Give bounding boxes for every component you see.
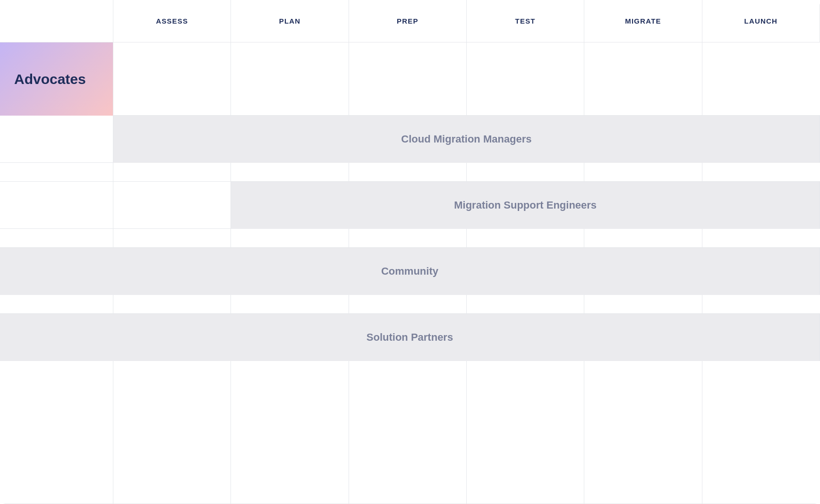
bottom-col2 xyxy=(113,361,231,504)
advocates-launch-cell xyxy=(702,42,820,116)
spacer2-col6 xyxy=(584,229,702,248)
advocates-assess-cell xyxy=(113,42,231,116)
row-bottom xyxy=(0,361,820,504)
row-migration: Migration Support Engineers xyxy=(0,182,820,229)
spacer1-col1 xyxy=(0,163,113,182)
grid-container: ASSESS PLAN PREP TEST MIGRATE LAUNCH Adv… xyxy=(0,0,820,504)
header-test: TEST xyxy=(467,0,584,42)
bottom-col3 xyxy=(231,361,349,504)
spacer3-col5 xyxy=(467,295,584,314)
row-advocates: Advocates xyxy=(0,42,820,116)
cloud-col1-cell xyxy=(0,116,113,163)
migration-support-label: Migration Support Engineers xyxy=(454,199,597,211)
spacer1-col3 xyxy=(231,163,349,182)
spacer1-col2 xyxy=(113,163,231,182)
advocates-plan-cell xyxy=(231,42,349,116)
bottom-col7 xyxy=(702,361,820,504)
bottom-col4 xyxy=(349,361,467,504)
solution-partners-card: Solution Partners xyxy=(0,314,820,361)
spacer2-col2 xyxy=(113,229,231,248)
migration-support-card: Migration Support Engineers xyxy=(231,182,820,229)
row-solutions: Solution Partners xyxy=(0,314,820,361)
spacer2-col1 xyxy=(0,229,113,248)
advocates-card: Advocates xyxy=(0,42,113,116)
row-spacer-2 xyxy=(0,229,820,248)
spacer3-col6 xyxy=(584,295,702,314)
header-assess: ASSESS xyxy=(113,0,231,42)
spacer1-col7 xyxy=(702,163,820,182)
spacer3-col4 xyxy=(349,295,467,314)
spacer3-col1 xyxy=(0,295,113,314)
spacer3-col2 xyxy=(113,295,231,314)
header-migrate: MIGRATE xyxy=(584,0,702,42)
row-spacer-1 xyxy=(0,163,820,182)
content-area: Advocates Cloud Migration Managers xyxy=(0,42,820,504)
migration-col2-cell xyxy=(113,182,231,229)
row-cloud: Cloud Migration Managers xyxy=(0,116,820,163)
advocates-prep-cell xyxy=(349,42,467,116)
spacer2-col7 xyxy=(702,229,820,248)
bottom-col6 xyxy=(584,361,702,504)
spacer2-col3 xyxy=(231,229,349,248)
header-launch: LAUNCH xyxy=(702,0,820,42)
spacer3-col3 xyxy=(231,295,349,314)
row-spacer-3 xyxy=(0,295,820,314)
spacer1-col4 xyxy=(349,163,467,182)
header-row: ASSESS PLAN PREP TEST MIGRATE LAUNCH xyxy=(0,0,820,42)
bottom-col1 xyxy=(0,361,113,504)
cloud-migration-card: Cloud Migration Managers xyxy=(113,116,820,163)
bottom-col5 xyxy=(467,361,584,504)
header-prep: PREP xyxy=(349,0,467,42)
advocates-test-cell xyxy=(467,42,584,116)
advocates-migrate-cell xyxy=(584,42,702,116)
row-community: Community xyxy=(0,248,820,295)
header-empty xyxy=(0,0,113,42)
advocates-label: Advocates xyxy=(14,71,86,87)
spacer1-col6 xyxy=(584,163,702,182)
solution-partners-label: Solution Partners xyxy=(367,331,453,344)
spacer1-col5 xyxy=(467,163,584,182)
spacer3-col7 xyxy=(702,295,820,314)
header-plan: PLAN xyxy=(231,0,349,42)
cloud-migration-label: Cloud Migration Managers xyxy=(401,133,531,145)
community-card: Community xyxy=(0,248,820,295)
community-label: Community xyxy=(381,265,438,277)
migration-col1-cell xyxy=(0,182,113,229)
spacer2-col4 xyxy=(349,229,467,248)
spacer2-col5 xyxy=(467,229,584,248)
